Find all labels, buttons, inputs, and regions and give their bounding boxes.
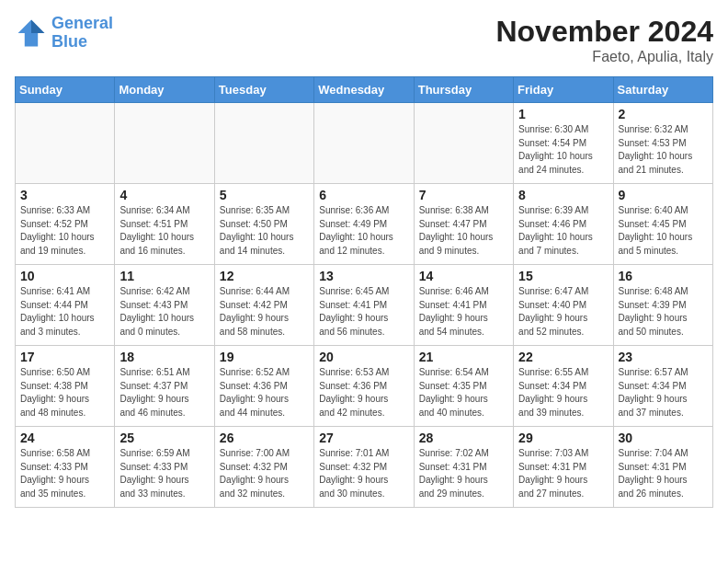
logo-icon <box>15 17 48 50</box>
day-info: Sunrise: 7:03 AM Sunset: 4:31 PM Dayligh… <box>518 447 608 500</box>
day-number: 30 <box>619 431 708 445</box>
calendar-cell: 17Sunrise: 6:50 AM Sunset: 4:38 PM Dayli… <box>16 346 115 427</box>
weekday-header-thursday: Thursday <box>414 77 513 103</box>
calendar-cell: 24Sunrise: 6:58 AM Sunset: 4:33 PM Dayli… <box>16 427 115 508</box>
day-info: Sunrise: 6:45 AM Sunset: 4:41 PM Dayligh… <box>319 285 408 339</box>
calendar-cell: 22Sunrise: 6:55 AM Sunset: 4:34 PM Dayli… <box>514 346 613 427</box>
calendar-cell: 2Sunrise: 6:32 AM Sunset: 4:53 PM Daylig… <box>613 103 712 184</box>
day-info: Sunrise: 6:48 AM Sunset: 4:39 PM Dayligh… <box>619 285 708 339</box>
calendar-week-5: 24Sunrise: 6:58 AM Sunset: 4:33 PM Dayli… <box>16 427 713 508</box>
day-info: Sunrise: 6:53 AM Sunset: 4:36 PM Dayligh… <box>319 366 408 419</box>
day-number: 4 <box>119 188 209 202</box>
weekday-header-saturday: Saturday <box>613 77 712 103</box>
day-info: Sunrise: 6:38 AM Sunset: 4:47 PM Dayligh… <box>419 204 508 258</box>
calendar-cell: 26Sunrise: 7:00 AM Sunset: 4:32 PM Dayli… <box>214 427 313 508</box>
svg-marker-1 <box>31 19 44 32</box>
day-info: Sunrise: 6:39 AM Sunset: 4:46 PM Dayligh… <box>518 204 608 258</box>
day-info: Sunrise: 7:00 AM Sunset: 4:32 PM Dayligh… <box>220 447 309 500</box>
logo-blue: Blue <box>51 32 87 51</box>
calendar-cell: 10Sunrise: 6:41 AM Sunset: 4:44 PM Dayli… <box>16 265 115 346</box>
day-info: Sunrise: 6:32 AM Sunset: 4:53 PM Dayligh… <box>619 123 708 177</box>
day-number: 28 <box>419 431 508 445</box>
calendar-week-4: 17Sunrise: 6:50 AM Sunset: 4:38 PM Dayli… <box>16 346 713 427</box>
calendar-week-3: 10Sunrise: 6:41 AM Sunset: 4:44 PM Dayli… <box>16 265 713 346</box>
calendar-cell: 29Sunrise: 7:03 AM Sunset: 4:31 PM Dayli… <box>514 427 613 508</box>
calendar-cell <box>214 103 313 184</box>
day-info: Sunrise: 6:30 AM Sunset: 4:54 PM Dayligh… <box>518 123 608 177</box>
day-info: Sunrise: 6:46 AM Sunset: 4:41 PM Dayligh… <box>419 285 508 339</box>
calendar-cell: 14Sunrise: 6:46 AM Sunset: 4:41 PM Dayli… <box>414 265 513 346</box>
calendar-cell <box>314 103 414 184</box>
calendar-cell: 15Sunrise: 6:47 AM Sunset: 4:40 PM Dayli… <box>514 265 613 346</box>
calendar-cell: 19Sunrise: 6:52 AM Sunset: 4:36 PM Dayli… <box>214 346 313 427</box>
calendar-cell: 20Sunrise: 6:53 AM Sunset: 4:36 PM Dayli… <box>314 346 414 427</box>
calendar-cell: 30Sunrise: 7:04 AM Sunset: 4:31 PM Dayli… <box>613 427 712 508</box>
day-info: Sunrise: 7:02 AM Sunset: 4:31 PM Dayligh… <box>419 447 508 500</box>
calendar-week-1: 1Sunrise: 6:30 AM Sunset: 4:54 PM Daylig… <box>16 103 713 184</box>
calendar-cell <box>115 103 214 184</box>
day-number: 15 <box>518 269 608 283</box>
day-info: Sunrise: 6:52 AM Sunset: 4:36 PM Dayligh… <box>220 366 309 419</box>
weekday-header-friday: Friday <box>514 77 613 103</box>
day-number: 24 <box>20 431 109 445</box>
day-number: 25 <box>119 431 209 445</box>
day-number: 8 <box>518 188 608 202</box>
calendar-cell: 4Sunrise: 6:34 AM Sunset: 4:51 PM Daylig… <box>115 184 214 265</box>
day-info: Sunrise: 6:40 AM Sunset: 4:45 PM Dayligh… <box>619 204 708 258</box>
calendar-cell: 21Sunrise: 6:54 AM Sunset: 4:35 PM Dayli… <box>414 346 513 427</box>
day-number: 27 <box>319 431 408 445</box>
logo: General Blue <box>15 15 113 52</box>
day-number: 20 <box>319 350 408 364</box>
day-info: Sunrise: 6:34 AM Sunset: 4:51 PM Dayligh… <box>119 204 209 258</box>
weekday-header-sunday: Sunday <box>16 77 115 103</box>
day-info: Sunrise: 6:42 AM Sunset: 4:43 PM Dayligh… <box>119 285 209 339</box>
day-number: 10 <box>20 269 109 283</box>
header: General Blue November 2024 Faeto, Apulia… <box>15 15 713 65</box>
calendar-cell: 9Sunrise: 6:40 AM Sunset: 4:45 PM Daylig… <box>613 184 712 265</box>
day-info: Sunrise: 6:33 AM Sunset: 4:52 PM Dayligh… <box>20 204 109 258</box>
day-info: Sunrise: 6:35 AM Sunset: 4:50 PM Dayligh… <box>220 204 309 258</box>
day-number: 5 <box>220 188 309 202</box>
weekday-header-row: SundayMondayTuesdayWednesdayThursdayFrid… <box>16 77 713 103</box>
day-info: Sunrise: 6:41 AM Sunset: 4:44 PM Dayligh… <box>20 285 109 339</box>
calendar-table: SundayMondayTuesdayWednesdayThursdayFrid… <box>15 76 713 508</box>
day-number: 16 <box>619 269 708 283</box>
weekday-header-tuesday: Tuesday <box>214 77 313 103</box>
weekday-header-wednesday: Wednesday <box>314 77 414 103</box>
day-number: 14 <box>419 269 508 283</box>
day-number: 13 <box>319 269 408 283</box>
calendar-cell <box>16 103 115 184</box>
calendar-cell: 11Sunrise: 6:42 AM Sunset: 4:43 PM Dayli… <box>115 265 214 346</box>
calendar-cell <box>414 103 513 184</box>
calendar-cell: 8Sunrise: 6:39 AM Sunset: 4:46 PM Daylig… <box>514 184 613 265</box>
day-info: Sunrise: 6:36 AM Sunset: 4:49 PM Dayligh… <box>319 204 408 258</box>
day-number: 23 <box>619 350 708 364</box>
day-info: Sunrise: 6:50 AM Sunset: 4:38 PM Dayligh… <box>20 366 109 419</box>
day-number: 22 <box>518 350 608 364</box>
day-number: 9 <box>619 188 708 202</box>
day-info: Sunrise: 6:44 AM Sunset: 4:42 PM Dayligh… <box>220 285 309 339</box>
day-number: 18 <box>119 350 209 364</box>
month-title: November 2024 <box>495 15 713 49</box>
calendar-cell: 3Sunrise: 6:33 AM Sunset: 4:52 PM Daylig… <box>16 184 115 265</box>
day-number: 19 <box>220 350 309 364</box>
day-info: Sunrise: 6:58 AM Sunset: 4:33 PM Dayligh… <box>20 447 109 500</box>
calendar-cell: 28Sunrise: 7:02 AM Sunset: 4:31 PM Dayli… <box>414 427 513 508</box>
day-info: Sunrise: 6:55 AM Sunset: 4:34 PM Dayligh… <box>518 366 608 419</box>
day-number: 26 <box>220 431 309 445</box>
day-info: Sunrise: 6:51 AM Sunset: 4:37 PM Dayligh… <box>119 366 209 419</box>
calendar-cell: 27Sunrise: 7:01 AM Sunset: 4:32 PM Dayli… <box>314 427 414 508</box>
day-info: Sunrise: 7:04 AM Sunset: 4:31 PM Dayligh… <box>619 447 708 500</box>
day-number: 21 <box>419 350 508 364</box>
day-info: Sunrise: 6:57 AM Sunset: 4:34 PM Dayligh… <box>619 366 708 419</box>
calendar-cell: 6Sunrise: 6:36 AM Sunset: 4:49 PM Daylig… <box>314 184 414 265</box>
day-info: Sunrise: 6:47 AM Sunset: 4:40 PM Dayligh… <box>518 285 608 339</box>
calendar-cell: 18Sunrise: 6:51 AM Sunset: 4:37 PM Dayli… <box>115 346 214 427</box>
calendar-cell: 1Sunrise: 6:30 AM Sunset: 4:54 PM Daylig… <box>514 103 613 184</box>
day-info: Sunrise: 6:59 AM Sunset: 4:33 PM Dayligh… <box>119 447 209 500</box>
day-number: 12 <box>220 269 309 283</box>
weekday-header-monday: Monday <box>115 77 214 103</box>
day-number: 2 <box>619 107 708 121</box>
day-info: Sunrise: 6:54 AM Sunset: 4:35 PM Dayligh… <box>419 366 508 419</box>
calendar-cell: 13Sunrise: 6:45 AM Sunset: 4:41 PM Dayli… <box>314 265 414 346</box>
